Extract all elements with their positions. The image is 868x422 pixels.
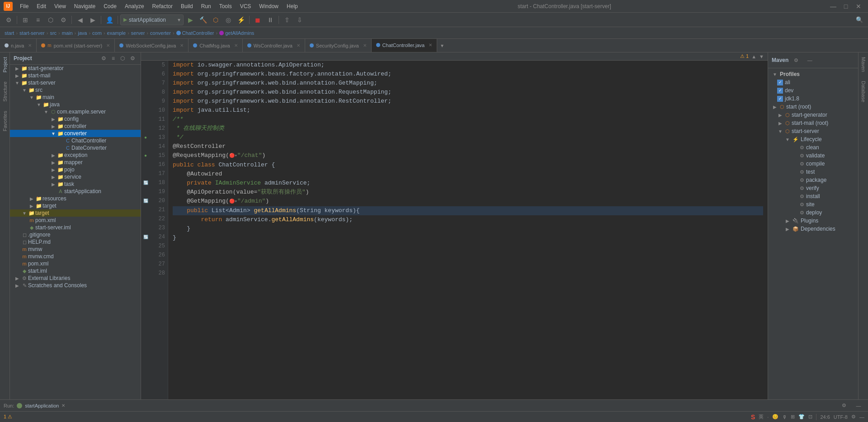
tab-chatmsg[interactable]: ChatMsg.java ✕ [189, 39, 242, 52]
maven-phase-verify[interactable]: ⚙ verify [768, 184, 858, 192]
tab-chatcontroller[interactable]: ChatController.java ✕ [372, 39, 438, 52]
right-tab-maven[interactable]: Maven [859, 52, 868, 76]
menu-refactor[interactable]: Refactor [149, 2, 176, 10]
tab-more[interactable]: ▾ [437, 43, 447, 49]
bc-getalladmins[interactable]: getAllAdmins [225, 30, 254, 36]
menu-analyze[interactable]: Analyze [121, 2, 148, 10]
right-tab-database[interactable]: Database [859, 76, 868, 107]
maven-profile-jdk[interactable]: ✓ jdk1.8 [768, 95, 858, 103]
tree-item-dateconverter[interactable]: C DateConverter [10, 144, 141, 152]
sidebar-expand-btn[interactable]: ≡ [110, 54, 117, 62]
tree-item-scratches[interactable]: ▶ ✎ Scratches and Consoles [10, 282, 141, 289]
tree-item-exception[interactable]: ▶ 📁 exception [10, 152, 141, 159]
coverage-btn[interactable]: ◎ [222, 14, 234, 26]
tree-item-target-main[interactable]: ▶ 📁 target [10, 202, 141, 209]
bc-src[interactable]: src [50, 30, 57, 36]
tab-close-wscontroller[interactable]: ✕ [297, 43, 300, 48]
tab-njava[interactable]: n.java ✕ [0, 39, 37, 52]
maven-phase-install[interactable]: ⚙ install [768, 192, 858, 200]
menu-tools[interactable]: Tools [216, 2, 236, 10]
tree-item-com-example-server[interactable]: ▼ ⬡ com.example.server [10, 108, 141, 115]
sidebar-settings-btn[interactable]: ⚙ [99, 54, 108, 62]
tree-item-mapper[interactable]: ▶ 📁 mapper [10, 159, 141, 166]
tree-item-mvnw-cmd[interactable]: m mvnw.cmd [10, 253, 141, 260]
menu-view[interactable]: View [51, 2, 70, 10]
tree-item-gitignore[interactable]: ◻ .gitignore [10, 231, 141, 238]
sidebar-close-btn[interactable]: ⚙ [128, 54, 137, 62]
ime-dot[interactable]: · [767, 414, 769, 420]
tab-close-chatmsg[interactable]: ✕ [234, 43, 238, 48]
maximize-btn[interactable]: □ [840, 0, 852, 12]
tree-item-start-mail[interactable]: ▶ 📁 start-mail [10, 72, 141, 79]
maven-plugins[interactable]: ▶ 🔌 Plugins [768, 217, 858, 225]
ime-grid[interactable]: ⊞ [791, 414, 795, 420]
menu-vcs[interactable]: VCS [236, 2, 255, 10]
ime-extra[interactable]: ⊡ [808, 414, 812, 420]
profile-ali-checkbox[interactable]: ✓ [777, 80, 783, 85]
tree-item-chatcontroller[interactable]: C ChatController [10, 137, 141, 144]
run-settings-btn[interactable]: ⚙ [838, 400, 850, 412]
bc-example[interactable]: example [107, 30, 126, 36]
tree-item-src[interactable]: ▼ 📁 src [10, 86, 141, 94]
bc-server[interactable]: server [131, 30, 145, 36]
tree-item-pom-root[interactable]: m pom.xml [10, 260, 141, 267]
maven-phase-test[interactable]: ⚙ test [768, 168, 858, 176]
tab-websocket[interactable]: WebSocketConfig.java ✕ [115, 39, 189, 52]
scroll-up-btn[interactable]: ▲ [751, 54, 756, 59]
maven-profiles-header[interactable]: ▼ Profiles [768, 70, 858, 78]
minimize-btn[interactable]: — [827, 0, 839, 12]
maven-start-generator[interactable]: ▶ ⬡ start-generator [768, 111, 858, 119]
tab-close-pomxml[interactable]: ✕ [106, 43, 110, 48]
run-hide-btn[interactable]: — [853, 400, 864, 412]
tree-item-controller[interactable]: ▶ 📁 controller [10, 123, 141, 130]
search-everywhere-btn[interactable]: 🔍 [854, 14, 865, 26]
tab-securityconfig[interactable]: SecurityConfig.java ✕ [305, 39, 372, 52]
bc-start-server[interactable]: start-server [19, 30, 45, 36]
expand-btn[interactable]: ⬡ [45, 14, 57, 26]
settings-icon[interactable]: ⚙ [851, 414, 856, 420]
menu-navigate[interactable]: Navigate [71, 2, 99, 10]
code-content[interactable]: import io.swagger.annotations.ApiOperati… [168, 61, 768, 399]
person-btn[interactable]: 👤 [104, 14, 115, 26]
run-app-name[interactable]: startApplication [25, 403, 59, 408]
ime-shirt[interactable]: 👕 [798, 414, 805, 420]
maven-phase-compile[interactable]: ⚙ compile [768, 160, 858, 168]
scroll-down-btn[interactable]: ▼ [759, 54, 764, 59]
tree-item-config[interactable]: ▶ 📁 config [10, 115, 141, 123]
run-btn[interactable]: ▶ [184, 14, 196, 26]
menu-edit[interactable]: Edit [33, 2, 50, 10]
tree-item-target-server[interactable]: ▼ 📁 target [10, 209, 141, 217]
tab-close-websocket[interactable]: ✕ [180, 43, 184, 48]
tree-item-help[interactable]: ◻ HELP.md [10, 238, 141, 246]
back-btn[interactable]: ◀ [74, 14, 86, 26]
menu-code[interactable]: Code [100, 2, 120, 10]
tree-item-start-generator[interactable]: ▶ 📁 start-generator [10, 65, 141, 72]
maven-settings-btn[interactable]: ⚙ [790, 54, 802, 66]
maven-start-root[interactable]: ▶ ⬡ start (root) [768, 103, 858, 111]
left-tab-favorites[interactable]: Favorites [1, 106, 9, 136]
tree-btn[interactable]: ≡ [32, 14, 44, 26]
settings-btn[interactable]: ⚙ [3, 14, 14, 26]
tree-item-startapplication[interactable]: A startApplication [10, 188, 141, 195]
menu-file[interactable]: File [16, 2, 32, 10]
status-warning[interactable]: 1 ⚠ [4, 414, 12, 420]
bc-converter[interactable]: converter [150, 30, 171, 36]
tree-item-java[interactable]: ▼ 📁 java [10, 101, 141, 108]
tree-item-converter[interactable]: ▼ 📁 converter [10, 130, 141, 137]
profile-jdk-checkbox[interactable]: ✓ [777, 96, 783, 102]
profile-btn[interactable]: ⚡ [235, 14, 247, 26]
code-editor[interactable]: ● ● 🔃 🔃 🔃 56789 1011121314 [141, 61, 768, 399]
bc-chatcontroller[interactable]: ChatController [182, 30, 214, 36]
tree-item-pom-server[interactable]: m pom.xml [10, 217, 141, 224]
maven-start-server[interactable]: ▼ ⬡ start-server [768, 127, 858, 135]
maven-phase-package[interactable]: ⚙ package [768, 176, 858, 184]
menu-window[interactable]: Window [255, 2, 282, 10]
ime-en[interactable]: 英 [759, 413, 764, 420]
bc-main[interactable]: main [62, 30, 73, 36]
maven-phase-clean[interactable]: ⚙ clean [768, 143, 858, 152]
tree-item-resources[interactable]: ▶ 📁 resources [10, 195, 141, 202]
project-view-btn[interactable]: ⊞ [19, 14, 31, 26]
build-btn[interactable]: 🔨 [197, 14, 209, 26]
debug-btn[interactable]: ⬡ [210, 14, 222, 26]
stop-btn[interactable]: ◼ [252, 14, 264, 26]
